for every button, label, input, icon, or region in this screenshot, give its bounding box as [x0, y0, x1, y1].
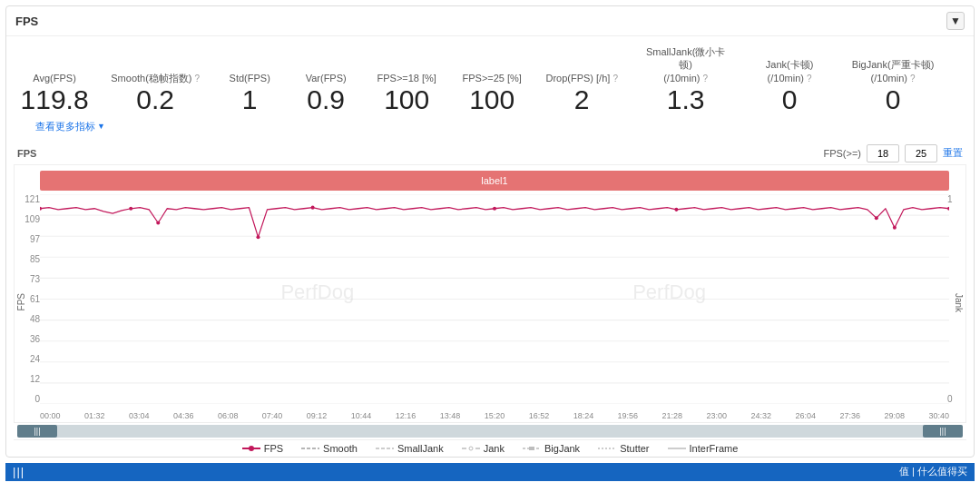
fps-panel: FPS ▼ Avg(FPS) 119.8 Smooth(稳帧指数) ? 0.2 …: [5, 5, 975, 458]
legend-item-stutter: Stutter: [598, 443, 649, 454]
chart-svg: [40, 194, 949, 404]
metric-jank: Jank(卡顿)(/10min) ? 0: [753, 58, 826, 114]
x-tick-17: 26:04: [795, 411, 816, 420]
more-metrics-section: 查看更多指标 ▼: [6, 118, 974, 143]
metric-value-fps25: 100: [469, 84, 514, 114]
more-metrics-link[interactable]: 查看更多指标 ▼: [35, 120, 959, 133]
help-icon-big-jank[interactable]: ?: [910, 74, 916, 84]
jank-axis-label: Jank: [954, 293, 964, 312]
bottom-bar-right-logo: 值 | 什么值得买: [899, 465, 967, 478]
metric-value-var-fps: 0.9: [307, 84, 345, 114]
x-tick-0: 00:00: [40, 411, 61, 420]
metric-label-drop-fps: Drop(FPS) [/h] ?: [545, 72, 618, 84]
label-bar-text: label1: [481, 175, 507, 186]
metric-value-big-jank: 0: [886, 84, 901, 114]
x-tick-19: 29:08: [884, 411, 905, 420]
metric-value-small-jank: 1.3: [667, 84, 705, 114]
x-axis: 00:00 01:32 03:04 04:36 06:08 07:40 09:1…: [40, 411, 949, 420]
fps-25-input[interactable]: [905, 144, 937, 162]
legend-big-jank-icon: [523, 444, 541, 453]
legend-jank-icon: [462, 444, 480, 453]
scrollbar-thumb-right[interactable]: |||: [923, 425, 963, 438]
metric-value-drop-fps: 2: [574, 84, 590, 114]
y-tick-9: 12: [30, 374, 40, 384]
panel-collapse-button[interactable]: ▼: [946, 12, 965, 30]
x-tick-12: 18:24: [573, 411, 594, 420]
svg-point-17: [674, 208, 678, 212]
metric-var-fps: Var(FPS) 0.9: [299, 72, 353, 114]
fps-18-input[interactable]: [867, 144, 899, 162]
metric-avg-fps: Avg(FPS) 119.8: [21, 72, 88, 114]
svg-point-19: [893, 226, 897, 230]
svg-point-15: [311, 205, 315, 209]
x-tick-3: 04:36: [173, 411, 194, 420]
legend-label-stutter: Stutter: [620, 443, 649, 454]
y-tick-3: 85: [30, 254, 40, 264]
legend-item-fps: FPS: [242, 443, 283, 454]
legend-label-jank: Jank: [484, 443, 505, 454]
scrollbar-thumb-left[interactable]: |||: [17, 425, 57, 438]
svg-point-20: [947, 207, 949, 211]
legend-smooth-icon: [301, 444, 319, 453]
panel-title: FPS: [15, 15, 38, 28]
metric-label-std-fps: Std(FPS): [230, 72, 270, 84]
x-tick-1: 01:32: [84, 411, 105, 420]
y-tick-8: 24: [30, 354, 40, 364]
svg-point-18: [875, 216, 878, 220]
help-icon-jank[interactable]: ?: [807, 74, 812, 84]
legend-fps-icon: [242, 444, 260, 453]
metric-value-avg-fps: 119.8: [21, 84, 89, 114]
chevron-down-icon: ▼: [950, 15, 961, 27]
metric-drop-fps: Drop(FPS) [/h] ? 2: [545, 72, 618, 114]
svg-point-11: [40, 207, 42, 211]
x-tick-9: 13:48: [440, 411, 461, 420]
metric-std-fps: Std(FPS) 1: [222, 72, 277, 114]
y-tick-4: 73: [30, 274, 40, 284]
label-bar: label1: [40, 171, 949, 191]
x-tick-4: 06:08: [218, 411, 239, 420]
metric-smooth: Smooth(稳帧指数) ? 0.2: [110, 72, 201, 114]
metric-label-var-fps: Var(FPS): [306, 72, 347, 84]
y-tick-6: 48: [30, 314, 40, 324]
legend-item-jank: Jank: [462, 443, 505, 454]
svg-point-22: [249, 446, 254, 451]
x-tick-8: 12:16: [396, 411, 416, 420]
chart-area: FPS FPS(>=) 重置 PerfDog PerfDog FPS Jank …: [6, 143, 974, 457]
legend-label-big-jank: BigJank: [544, 443, 580, 454]
x-tick-7: 10:44: [351, 411, 372, 420]
x-tick-13: 19:56: [618, 411, 639, 420]
y-tick-1: 109: [24, 214, 40, 224]
metric-label-jank: Jank(卡顿)(/10min) ?: [766, 58, 814, 84]
chart-container: PerfDog PerfDog FPS Jank label1 121 109 …: [14, 164, 966, 423]
legend-label-fps: FPS: [264, 443, 283, 454]
legend-item-interframe: InterFrame: [668, 443, 739, 454]
legend-row: FPS Smooth SmallJank: [14, 439, 966, 457]
legend-stutter-icon: [598, 444, 616, 453]
x-tick-14: 21:28: [662, 411, 683, 420]
chart-fps-label: FPS: [17, 148, 36, 159]
legend-label-small-jank: SmallJank: [397, 443, 444, 454]
svg-point-13: [156, 221, 160, 224]
legend-small-jank-icon: [376, 444, 394, 453]
scrollbar-right-handle-icon: |||: [939, 427, 946, 436]
x-tick-11: 16:52: [529, 411, 550, 420]
arrow-down-icon: ▼: [97, 122, 105, 131]
legend-item-smooth: Smooth: [301, 443, 358, 454]
metric-value-std-fps: 1: [242, 84, 258, 114]
scrollbar[interactable]: ||| |||: [17, 425, 963, 438]
metric-label-small-jank: SmallJank(微小卡顿)(/10min) ?: [640, 45, 731, 84]
y-tick-7: 36: [30, 334, 40, 344]
y-tick-5: 61: [30, 294, 40, 304]
help-icon-small-jank[interactable]: ?: [703, 74, 709, 84]
bottom-bar-left: |||: [13, 465, 24, 478]
fps-axis-label: FPS: [16, 293, 26, 310]
help-icon-smooth[interactable]: ?: [195, 74, 201, 84]
help-icon-drop[interactable]: ?: [612, 74, 618, 84]
metric-label-avg-fps: Avg(FPS): [33, 72, 75, 84]
svg-point-12: [129, 207, 132, 211]
metric-fps25: FPS>=25 [%] 100: [460, 72, 524, 114]
metric-value-smooth: 0.2: [136, 84, 174, 114]
x-tick-2: 03:04: [129, 411, 150, 420]
reset-button[interactable]: 重置: [943, 146, 963, 160]
metric-label-fps25: FPS>=25 [%]: [462, 72, 521, 84]
